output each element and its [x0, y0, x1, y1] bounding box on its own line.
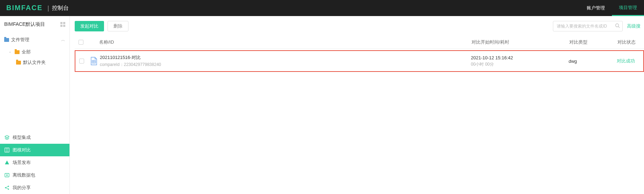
logo-area: BIMFACE | 控制台 — [6, 4, 69, 12]
folder-icon — [16, 61, 21, 65]
top-nav: 账户管理 项目管理 — [580, 0, 644, 16]
logo-main: BIMFACE — [6, 4, 45, 12]
advanced-search-link[interactable]: 高级搜 — [627, 23, 641, 29]
file-mgmt-section: 文件管理 ︿ − 全部 默认文件夹 — [0, 33, 69, 68]
row-type: dwg — [569, 59, 610, 64]
sidebar-item-label: 离线数据包 — [13, 172, 35, 178]
sidebar-item-label: 模型集成 — [13, 134, 31, 141]
layers-icon — [4, 135, 10, 140]
sidebar-nav: 模型集成 图模对比 场景发布 离线数据包 — [0, 131, 69, 194]
delete-button[interactable]: 删除 — [108, 21, 128, 31]
svg-line-12 — [6, 188, 8, 189]
toolbar: 发起对比 删除 高级搜 — [75, 21, 644, 31]
svg-rect-2 — [63, 22, 65, 24]
col-header-status: 对比状态 — [611, 39, 639, 45]
svg-rect-4 — [63, 25, 65, 27]
folder-tree: − 全部 默认文件夹 — [0, 47, 69, 68]
sidebar-item-my-share[interactable]: 我的分享 — [0, 181, 69, 194]
row-status: 对比成功 — [610, 58, 638, 64]
search-wrap — [553, 21, 623, 31]
scene-icon — [4, 160, 10, 165]
row-name-group: 202110121516-对比 compareId：22304297798382… — [100, 54, 471, 68]
row-name: 202110121516-对比 — [100, 54, 471, 61]
row-compare-id: compareId：2230429779838240 — [100, 62, 471, 68]
svg-rect-1 — [60, 22, 62, 24]
row-time-group: 2021-10-12 15:16:42 00小时 00分 — [471, 55, 569, 67]
top-header: BIMFACE | 控制台 账户管理 项目管理 — [0, 0, 644, 16]
file-icon — [88, 57, 100, 65]
share-icon — [4, 185, 10, 190]
svg-point-9 — [8, 186, 9, 187]
bimface-logo-icon: BIMFACE — [6, 4, 45, 12]
col-header-time: 对比开始时间/耗时 — [472, 39, 569, 45]
svg-point-13 — [616, 24, 619, 27]
table-row[interactable]: 202110121516-对比 compareId：22304297798382… — [75, 50, 644, 72]
sidebar-item-label: 场景发布 — [13, 159, 31, 166]
tree-root-all[interactable]: − 全部 — [4, 47, 69, 57]
nav-project-mgmt[interactable]: 项目管理 — [612, 0, 644, 16]
grid-icon[interactable] — [60, 22, 65, 27]
sidebar-item-offline-package[interactable]: 离线数据包 — [0, 169, 69, 181]
svg-point-8 — [5, 187, 6, 188]
tree-root-label: 全部 — [22, 49, 31, 55]
col-header-type: 对比类型 — [569, 39, 611, 45]
file-mgmt-header[interactable]: 文件管理 ︿ — [0, 33, 69, 47]
folder-icon — [4, 38, 9, 42]
project-title: BIMFACE默认项目 — [4, 21, 45, 28]
search-input[interactable] — [553, 21, 623, 31]
sidebar-item-label: 我的分享 — [13, 185, 31, 191]
folder-icon — [15, 50, 20, 54]
download-icon — [4, 173, 10, 178]
svg-point-10 — [8, 188, 9, 190]
row-duration: 00小时 00分 — [471, 61, 569, 67]
svg-line-14 — [619, 27, 620, 28]
logo-sub: 控制台 — [52, 5, 69, 12]
logo-divider: | — [47, 5, 49, 12]
file-mgmt-label: 文件管理 — [11, 37, 29, 43]
col-header-name: 名称/ID — [99, 39, 472, 45]
sidebar: BIMFACE默认项目 文件管理 ︿ − 全部 — [0, 16, 70, 194]
tree-child-default[interactable]: 默认文件夹 — [14, 57, 69, 68]
row-checkbox[interactable] — [79, 59, 84, 64]
select-all-checkbox[interactable] — [79, 40, 83, 45]
main-content: 发起对比 删除 高级搜 名称/ID 对比开始时间/耗时 对比类型 对比状态 — [70, 16, 644, 194]
table-body: 202110121516-对比 compareId：22304297798382… — [75, 49, 644, 72]
tree-toggle-icon: − — [9, 50, 13, 54]
search-icon[interactable] — [615, 23, 620, 29]
sidebar-item-label: 图模对比 — [13, 147, 31, 153]
compare-icon — [4, 148, 10, 152]
tree-child-label: 默认文件夹 — [23, 59, 46, 66]
table-header: 名称/ID 对比开始时间/耗时 对比类型 对比状态 — [75, 36, 644, 49]
svg-text:BIMFACE: BIMFACE — [6, 4, 43, 12]
chevron-up-icon: ︿ — [61, 37, 65, 43]
start-compare-button[interactable]: 发起对比 — [75, 21, 104, 31]
svg-rect-3 — [60, 25, 62, 27]
nav-account-mgmt[interactable]: 账户管理 — [580, 0, 612, 16]
row-start-time: 2021-10-12 15:16:42 — [471, 55, 569, 60]
sidebar-item-compare[interactable]: 图模对比 — [0, 144, 69, 156]
sidebar-item-scene-publish[interactable]: 场景发布 — [0, 156, 69, 169]
project-header: BIMFACE默认项目 — [0, 16, 69, 33]
svg-line-11 — [6, 187, 8, 187]
sidebar-item-model-integrate[interactable]: 模型集成 — [0, 131, 69, 144]
